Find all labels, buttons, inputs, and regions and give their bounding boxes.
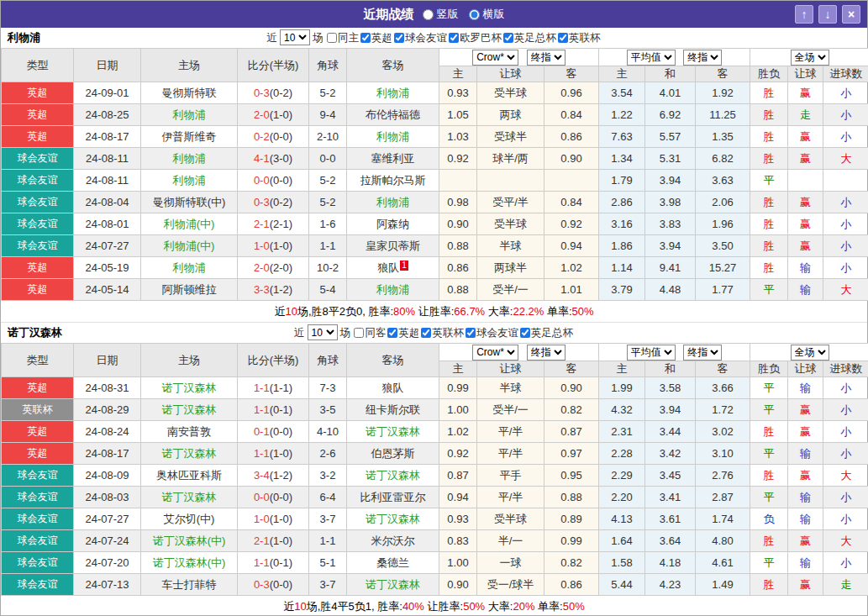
scope-select[interactable]: 全场 (791, 345, 829, 361)
corner-score: 5-1 (309, 552, 347, 574)
league-filter-checkbox[interactable] (558, 33, 568, 43)
record-summary: 近10场,胜8平2负0, 胜率:80% 让胜率:66.7% 大率:22.2% 单… (1, 301, 867, 323)
sub-header-asia-home: 主 (439, 361, 477, 377)
move-up-button[interactable]: ↑ (795, 5, 813, 24)
result-handicap: 输 (788, 377, 823, 399)
layout-radio-0[interactable]: 竖版 (423, 7, 459, 22)
league-filter[interactable]: 英足总杯 (503, 32, 556, 44)
layout-radio-input[interactable] (423, 9, 434, 20)
summary-segment: 让胜率: (424, 600, 463, 613)
europe-draw-odds: 3.45 (645, 465, 696, 487)
league-filter[interactable]: 英足总杯 (520, 327, 573, 339)
asia-home-odds: 0.88 (439, 235, 477, 257)
europe-average-select[interactable]: 平均值 (627, 345, 676, 361)
asia-home-odds: 0.98 (439, 192, 477, 213)
away-team: 米尔沃尔 (347, 530, 439, 552)
europe-away-odds: 1.96 (696, 213, 750, 235)
games-count-select[interactable]: 10 (308, 324, 338, 340)
league-filter-checkbox[interactable] (387, 328, 397, 338)
games-count-select[interactable]: 10 (280, 29, 310, 45)
league-filter[interactable]: 英超 (387, 327, 419, 339)
result-winlose: 胜 (750, 104, 788, 126)
europe-home-odds: 1.86 (599, 235, 645, 257)
europe-away-odds: 1.72 (696, 399, 750, 421)
close-icon[interactable]: × (842, 5, 860, 24)
europe-home-odds: 1.14 (599, 257, 645, 279)
layout-radio-input[interactable] (469, 9, 480, 20)
move-down-button[interactable]: ↓ (818, 5, 837, 24)
col-header-home: 主场 (141, 344, 238, 377)
team-name-text: 诺丁汉森林 (162, 447, 217, 460)
halftime-score: (0-0) (270, 491, 292, 503)
scope-select[interactable]: 全场 (791, 50, 829, 66)
europe-index-select[interactable]: 终指 (683, 345, 722, 361)
asia-bookmaker-select[interactable]: Crow* (472, 345, 518, 361)
away-team: 诺丁汉森林 (347, 574, 439, 596)
europe-draw-odds: 3.83 (645, 213, 696, 235)
corner-score: 5-2 (309, 170, 347, 192)
away-team: 皇家贝蒂斯 (347, 235, 439, 257)
home-team: 诺丁汉森林(中) (141, 530, 238, 552)
league-filter-checkbox[interactable] (394, 33, 404, 43)
asia-away-odds: 0.89 (544, 508, 599, 530)
asia-home-odds: 1.03 (439, 126, 477, 148)
europe-draw-odds: 3.64 (645, 530, 696, 552)
asia-home-odds: 0.90 (439, 213, 477, 235)
sub-header-europe-away: 客 (696, 361, 750, 377)
sub-header-asia-away: 客 (544, 66, 599, 82)
asia-away-odds: 0.84 (544, 104, 599, 126)
league-filter[interactable]: 球会友谊 (466, 327, 518, 339)
col-header-score: 比分(半场) (238, 49, 309, 82)
asia-home-odds: 0.87 (439, 465, 477, 487)
halftime-score: (0-0) (270, 174, 292, 187)
home-team: 诺丁汉森林 (141, 443, 238, 465)
league-filter[interactable]: 球会友谊 (394, 32, 447, 44)
sub-header-goals: 进球数 (823, 66, 868, 82)
team-name-text: 诺丁汉森林(中) (153, 556, 226, 569)
league-filter-checkbox[interactable] (449, 33, 459, 43)
score: 1-1(1-1) (238, 377, 309, 399)
europe-draw-odds: 9.41 (645, 257, 696, 279)
league-filter-label: 英足总杯 (531, 327, 573, 339)
summary-segment: 50% (563, 600, 585, 613)
corner-score: 7-3 (309, 377, 347, 399)
league-filter-checkbox[interactable] (360, 33, 371, 43)
asia-handicap (477, 170, 544, 192)
layout-radio-1[interactable]: 横版 (469, 7, 505, 22)
europe-average-select[interactable]: 平均值 (627, 50, 676, 66)
col-header-type: 类型 (2, 49, 74, 82)
sub-header-europe-draw: 和 (645, 66, 696, 82)
league-filter[interactable]: 英联杯 (558, 32, 601, 44)
europe-away-odds: 15.27 (696, 257, 750, 279)
fulltime-score: 3-4 (254, 469, 270, 482)
league-badge: 英超 (2, 257, 74, 279)
home-team: 诺丁汉森林 (141, 377, 238, 399)
away-team: 诺丁汉森林 (347, 421, 439, 443)
fulltime-score: 0-3 (254, 87, 270, 99)
team-name-text: 诺丁汉森林 (162, 403, 217, 416)
europe-index-select[interactable]: 终指 (683, 50, 722, 66)
league-filter-checkbox[interactable] (421, 328, 431, 338)
league-filter[interactable]: 欧罗巴杯 (449, 32, 502, 44)
away-team: 布伦特福德 (347, 104, 439, 126)
league-badge: 球会友谊 (2, 574, 74, 596)
league-filter-checkbox[interactable] (466, 328, 476, 338)
result-goals (823, 170, 868, 192)
same-venue-checkbox[interactable] (327, 33, 337, 43)
match-row: 球会友谊24-08-01利物浦(中)2-1(2-1)1-6阿森纳0.90受半球0… (2, 213, 868, 235)
asia-bookmaker-select[interactable]: Crow* (472, 50, 518, 66)
europe-home-odds: 5.44 (599, 574, 645, 596)
asia-index-select[interactable]: 终指 (527, 50, 566, 66)
asia-handicap: 平手 (477, 465, 544, 487)
same-venue-filter[interactable]: 同主 (327, 32, 359, 44)
col-header-corner: 角球 (309, 344, 347, 377)
league-filter-checkbox[interactable] (520, 328, 530, 338)
league-filter[interactable]: 英联杯 (421, 327, 464, 339)
league-filter[interactable]: 英超 (360, 32, 392, 44)
asia-index-select[interactable]: 终指 (527, 345, 566, 361)
same-venue-filter[interactable]: 同客 (354, 327, 386, 339)
score: 1-0(1-0) (238, 508, 309, 530)
match-row: 英超24-08-31诺丁汉森林1-1(1-1)7-3狼队0.99半球0.901.… (2, 377, 868, 399)
league-filter-checkbox[interactable] (503, 33, 513, 43)
same-venue-checkbox[interactable] (354, 328, 364, 338)
